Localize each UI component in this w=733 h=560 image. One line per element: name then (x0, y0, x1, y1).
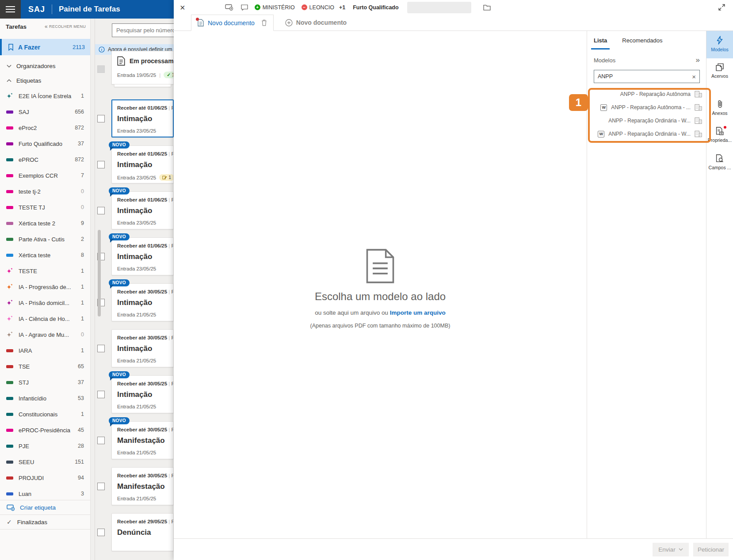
trash-icon[interactable] (261, 19, 267, 26)
close-icon[interactable]: × (180, 3, 185, 12)
rail-item-campos[interactable]: Campos ... (706, 149, 733, 177)
sidebar-etiqueta-item[interactable]: Xértica teste 8 (0, 247, 90, 263)
menu-button[interactable] (0, 0, 21, 19)
task-title: Intimação (117, 160, 173, 169)
task-card[interactable]: NOVO Receber até 01/06/25 | Pra Intimaçã… (111, 237, 174, 275)
search-input[interactable] (112, 23, 174, 37)
sidebar-etiqueta-item[interactable]: Xértica teste 2 9 (0, 215, 90, 231)
sidebar-etiqueta-item[interactable]: Luan 3 (0, 486, 90, 502)
sidebar-etiqueta-item[interactable]: STJ 37 (0, 374, 90, 390)
tab-lista[interactable]: Lista (594, 31, 607, 50)
import-file-link[interactable]: Importe um arquivo (390, 309, 446, 316)
sidebar-etiqueta-item[interactable]: SAJ 656 (0, 104, 90, 120)
novo-badge: NOVO (109, 141, 130, 149)
sidebar-etiqueta-item[interactable]: IA - Progressão de... 1 (0, 279, 90, 295)
clear-search-icon[interactable]: × (692, 73, 696, 80)
tag-pill[interactable] (214, 6, 221, 9)
task-card[interactable]: Receber até 01/06/25 | Pra Intimação Ent… (111, 99, 174, 137)
sidebar-etiqueta-item[interactable]: Parte Ativa - Cutis 2 (0, 231, 90, 247)
sidebar-etiqueta-item[interactable]: TESTE TJ 0 (0, 199, 90, 215)
sidebar-etiqueta-item[interactable]: Constitucionais 1 (0, 406, 90, 422)
double-chevron-right-icon[interactable]: » (696, 56, 700, 65)
enviar-button[interactable]: Enviar (653, 543, 689, 556)
tab-recomendados[interactable]: Recomendados (622, 31, 662, 50)
document-footer: Enviar Peticionar (174, 538, 733, 560)
etiqueta-label: PJE (19, 443, 75, 450)
task-checkbox[interactable] (97, 115, 105, 122)
scrollbar-thumb[interactable] (98, 230, 101, 316)
sidebar-etiqueta-item[interactable]: IA - Ciência de Ho... 1 (0, 311, 90, 327)
sidebar-etiqueta-item[interactable]: TSE 65 (0, 358, 90, 374)
modelos-search-box: × (594, 70, 700, 83)
sidebar-etiqueta-item[interactable]: Furto Qualificado 37 (0, 136, 90, 152)
check-icon: ✓ (167, 72, 171, 77)
sidebar-item-finalizadas[interactable]: ✓ Finalizadas (0, 514, 90, 530)
etiquetas-list: E2E IA Ícone Estrela 1 SAJ 656 eProc2 87… (0, 88, 90, 502)
sidebar-etiqueta-item[interactable]: E2E IA Ícone Estrela 1 (0, 88, 90, 104)
task-card[interactable]: NOVO Receber até 30/05/25 | Pra Intimaçã… (111, 375, 174, 413)
folder-icon[interactable] (483, 4, 491, 11)
sidebar-etiqueta-item[interactable]: teste tj-2 0 (0, 183, 90, 199)
app-window: SAJ Painel de Tarefas Tarefas «RECOLHER … (0, 0, 733, 560)
template-item[interactable]: ANPP - Reparação Autônoma (587, 88, 706, 101)
task-due-line: Receber até 01/06/25 | Pra (117, 151, 173, 156)
sidebar-etiqueta-item[interactable]: Exemplos CCR 7 (0, 168, 90, 183)
sidebar-etiqueta-item[interactable]: eProc2 872 (0, 120, 90, 136)
rail-item-propriedades[interactable]: Proprieda... (706, 122, 733, 149)
done-badge: ✓1 (164, 72, 173, 78)
rail-item-anexos[interactable]: Anexos (706, 95, 733, 122)
processing-card[interactable]: Em processamento Entrada 19/05/25 | ✓1 (111, 51, 174, 84)
modelos-search-input[interactable] (598, 73, 692, 80)
tab-novo-documento-active[interactable]: Novo documento (191, 15, 274, 31)
sidebar-etiqueta-item[interactable]: IA - Agravo de Mu... 0 (0, 327, 90, 343)
template-item[interactable]: W ANPP - Reparação Ordinária - W... (587, 127, 706, 141)
task-checkbox[interactable] (97, 483, 105, 490)
task-checkbox[interactable] (97, 391, 105, 398)
rail-item-modelos[interactable]: Modelos (706, 31, 733, 58)
sidebar-etiqueta-item[interactable]: Infanticídio 53 (0, 390, 90, 406)
template-item[interactable]: W ANPP - Reparação Autônoma - ... (587, 101, 706, 114)
task-card-row: Receber até 01/06/25 | Pra Intimação Ent… (91, 99, 174, 137)
task-checkbox[interactable] (97, 437, 105, 444)
task-card[interactable]: NOVO Receber até 01/06/25 | Pra Intimaçã… (111, 145, 174, 183)
task-checkbox[interactable] (97, 161, 105, 168)
sidebar-etiqueta-item[interactable]: IARA 1 (0, 343, 90, 358)
comment-icon[interactable] (241, 4, 248, 11)
sidebar-etiqueta-item[interactable]: IA - Prisão domicil... 1 (0, 295, 90, 311)
add-label-icon[interactable] (225, 4, 233, 11)
sidebar-etiqueta-item[interactable]: PJE 28 (0, 438, 90, 454)
more-parties-count[interactable]: +1 (339, 4, 345, 11)
task-checkbox[interactable] (97, 345, 105, 352)
sidebar-etiqueta-item[interactable]: ePROC-Presidência 45 (0, 422, 90, 438)
sidebar-group-etiquetas[interactable]: Etiquetas (0, 73, 90, 88)
template-item[interactable]: ANPP - Reparação Ordinária - W... (587, 114, 706, 127)
etiqueta-count: 9 (81, 220, 84, 226)
sidebar-etiqueta-item[interactable]: TESTE 1 (0, 263, 90, 279)
sidebar-etiqueta-item[interactable]: SEEU 151 (0, 454, 90, 470)
task-card[interactable]: Receber até 30/05/25 | Pra Manifestação … (111, 467, 174, 505)
document-topbar: × + MINISTÉRIO − LEONCIO +1 Furto Qualif… (174, 0, 733, 15)
task-card[interactable]: NOVO Receber até 30/05/25 | Pra Intimaçã… (111, 283, 174, 321)
tag-pill[interactable] (203, 6, 210, 9)
task-card[interactable]: NOVO Receber até 01/06/25 | Pra Intimaçã… (111, 191, 174, 229)
task-checkbox[interactable] (97, 529, 105, 536)
sidebar-etiqueta-item[interactable]: PROJUDI 94 (0, 470, 90, 486)
etiqueta-count: 65 (78, 363, 84, 370)
sidebar-item-a-fazer[interactable]: A Fazer 2113 (0, 39, 90, 55)
peticionar-button[interactable]: Peticionar (693, 543, 729, 556)
task-card[interactable]: Receber até 29/05/25 | Pra Denúncia (111, 513, 174, 551)
expand-icon[interactable] (718, 4, 725, 11)
tag-pill[interactable] (192, 6, 199, 9)
sidebar-etiqueta-item[interactable]: ePROC 872 (0, 152, 90, 168)
task-checkbox[interactable] (97, 65, 105, 73)
create-label-button[interactable]: Criar etiqueta (0, 500, 90, 514)
collapse-menu-button[interactable]: «RECOLHER MENU (45, 23, 86, 30)
rail-item-acervos[interactable]: Acervos (706, 58, 733, 86)
task-card[interactable]: Receber até 30/05/25 | Pra Intimação Ent… (111, 329, 174, 367)
sidebar-group-organizadores[interactable]: Organizadores (0, 59, 90, 73)
sidebar: Tarefas «RECOLHER MENU A Fazer 2113 Orga… (0, 19, 91, 560)
tab-novo-documento-new[interactable]: Novo documento (281, 15, 351, 30)
task-card[interactable]: NOVO Receber até 30/05/25 | Pra Manifest… (111, 421, 174, 459)
task-checkbox[interactable] (97, 207, 105, 214)
document-drop-zone[interactable]: Escolha um modelo ao lado ou solte aqui … (174, 31, 587, 538)
